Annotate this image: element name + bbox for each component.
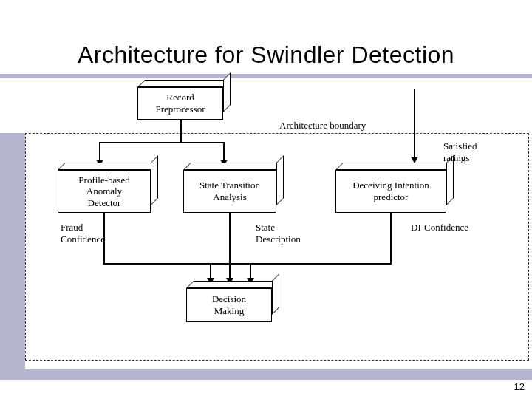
label-di-confidence: DI-Confidence — [411, 222, 468, 233]
node-decision-making-label: Decision Making — [186, 288, 272, 322]
label-satisfied-ratings: Satisfied ratings — [443, 140, 477, 163]
label-fraud-confidence: Fraud Confidence — [61, 222, 105, 245]
node-deceiving-predictor: Deceiving Intention predictor — [335, 170, 446, 213]
divider-top — [0, 74, 532, 78]
node-record-preprocessor: Record Preprocessor — [137, 87, 223, 120]
page-number: 12 — [514, 381, 525, 392]
node-profile-detector: Profile-based Anomaly Detector — [58, 170, 151, 213]
node-profile-detector-label: Profile-based Anomaly Detector — [58, 170, 151, 213]
node-state-transition-label: State Transition Analysis — [183, 170, 276, 213]
left-accent-block — [0, 133, 25, 369]
node-state-transition: State Transition Analysis — [183, 170, 276, 213]
node-decision-making: Decision Making — [186, 288, 272, 322]
node-deceiving-predictor-label: Deceiving Intention predictor — [335, 170, 446, 213]
boundary-label: Architecture boundary — [279, 120, 366, 132]
label-state-description: State Description — [256, 222, 301, 245]
page-title: Architecture for Swindler Detection — [0, 41, 532, 69]
node-record-preprocessor-label: Record Preprocessor — [137, 87, 223, 120]
divider-bottom — [0, 369, 532, 380]
